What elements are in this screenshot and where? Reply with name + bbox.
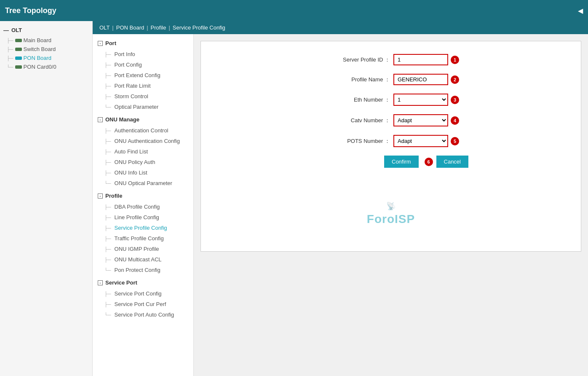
profile-collapse-icon[interactable]: - bbox=[98, 193, 103, 199]
watermark-fore: Foro bbox=[367, 212, 395, 226]
sep1: | bbox=[112, 24, 113, 31]
header: Tree Topology ◀ bbox=[0, 0, 588, 21]
nav-section-service-port-header[interactable]: - Service Port bbox=[93, 277, 193, 288]
nav-link-auto-find-list[interactable]: ├─ Auto Find List bbox=[93, 146, 193, 157]
nav-section-profile-header[interactable]: - Profile bbox=[93, 190, 193, 201]
form-container: Server Profile ID ： 1 Profile Name ： 2 E… bbox=[200, 41, 581, 252]
server-profile-id-row: Server Profile ID ： 1 bbox=[218, 54, 564, 65]
nav-link-port-rate-limit[interactable]: ├─ Port Rate Limit bbox=[93, 81, 193, 91]
sep2: | bbox=[147, 24, 148, 31]
onu-manage-section-label: ONU Manage bbox=[105, 116, 139, 123]
port-collapse-icon[interactable]: - bbox=[98, 41, 103, 46]
step-badge-4: 4 bbox=[451, 116, 459, 125]
pon-board-label: PON Board bbox=[24, 55, 51, 61]
watermark-highlight: I bbox=[395, 212, 398, 226]
nav-section-port-header[interactable]: - Port bbox=[93, 38, 193, 49]
form-buttons-row: Confirm 6 Cancel bbox=[218, 156, 564, 168]
nav-link-onu-optical-parameter[interactable]: └─ ONU Optical Parameter bbox=[93, 178, 193, 188]
nav-link-line-profile-config[interactable]: ├─ Line Profile Config bbox=[93, 212, 193, 223]
pon-protect-config-label: Pon Protect Config bbox=[115, 267, 160, 273]
switch-board-label: Switch Board bbox=[24, 46, 56, 52]
confirm-button[interactable]: Confirm bbox=[384, 156, 419, 168]
eth-number-label: Eth Number ： bbox=[323, 96, 390, 104]
service-port-collapse-icon[interactable]: - bbox=[98, 280, 103, 285]
sidebar-item-main-board[interactable]: ├─ Main Board bbox=[0, 36, 92, 45]
sidebar-olt[interactable]: — OLT bbox=[0, 24, 92, 36]
nav-section-port: - Port ├─ Port Info ├─ Port Config ├─ Po… bbox=[93, 38, 193, 112]
nav-link-service-port-auto-config[interactable]: └─ Service Port Auto Config bbox=[93, 309, 193, 320]
nav-link-port-config[interactable]: ├─ Port Config bbox=[93, 59, 193, 70]
nav-link-onu-auth-config[interactable]: ├─ ONU Authentication Config bbox=[93, 136, 193, 146]
onu-info-list-label: ONU Info List bbox=[115, 169, 147, 176]
profile-section-label: Profile bbox=[105, 193, 122, 199]
nav-section-profile: - Profile ├─ DBA Profile Config ├─ Line … bbox=[93, 190, 193, 275]
step-badge-5: 5 bbox=[451, 137, 459, 145]
board-icon bbox=[15, 48, 22, 51]
content-area: - Port ├─ Port Info ├─ Port Config ├─ Po… bbox=[93, 34, 588, 376]
pots-number-label: POTS Number ： bbox=[323, 137, 390, 145]
sidebar-item-pon-board[interactable]: ├─ PON Board bbox=[0, 54, 92, 62]
sidebar-toggle[interactable]: ◀ bbox=[578, 7, 583, 15]
nav-link-optical-parameter[interactable]: └─ Optical Parameter bbox=[93, 102, 193, 112]
port-section-label: Port bbox=[105, 40, 116, 46]
nav-link-onu-igmp-profile[interactable]: ├─ ONU IGMP Profile bbox=[93, 244, 193, 254]
storm-control-label: Storm Control bbox=[115, 93, 148, 99]
server-profile-id-input[interactable] bbox=[393, 54, 448, 65]
service-port-config-label: Service Port Config bbox=[115, 290, 162, 297]
nav-link-service-profile-config[interactable]: ├─ Service Profile Config bbox=[93, 223, 193, 233]
nav-link-service-port-config[interactable]: ├─ Service Port Config bbox=[93, 288, 193, 299]
breadcrumb-profile: Profile bbox=[151, 24, 166, 31]
nav-link-pon-protect-config[interactable]: └─ Pon Protect Config bbox=[93, 265, 193, 275]
catv-number-label: Catv Number ： bbox=[323, 117, 390, 124]
connector-icon: ├─ bbox=[7, 56, 13, 61]
nav-link-onu-multicast-acl[interactable]: ├─ ONU Multicast ACL bbox=[93, 254, 193, 265]
pots-number-row: POTS Number ： Adapt 0 1 2 5 bbox=[218, 135, 564, 147]
port-rate-limit-label: Port Rate Limit bbox=[115, 83, 151, 89]
auto-find-list-label: Auto Find List bbox=[115, 148, 148, 155]
catv-number-row: Catv Number ： Adapt 0 1 4 bbox=[218, 114, 564, 126]
nav-link-onu-info-list[interactable]: ├─ ONU Info List bbox=[93, 167, 193, 178]
nav-link-service-port-cur-perf[interactable]: ├─ Service Port Cur Perf bbox=[93, 299, 193, 309]
cancel-button[interactable]: Cancel bbox=[436, 156, 468, 168]
nav-link-port-info[interactable]: ├─ Port Info bbox=[93, 49, 193, 59]
profile-name-row: Profile Name ： 2 bbox=[218, 74, 564, 85]
olt-label: OLT bbox=[11, 27, 22, 33]
nav-link-traffic-profile-config[interactable]: ├─ Traffic Profile Config bbox=[93, 233, 193, 244]
nav-link-onu-policy-auth[interactable]: ├─ ONU Policy Auth bbox=[93, 157, 193, 167]
wifi-icon: 📡 bbox=[367, 201, 415, 211]
service-port-cur-perf-label: Service Port Cur Perf bbox=[115, 301, 166, 307]
sidebar-item-pon-card[interactable]: └─ PON Card0/0 bbox=[0, 62, 92, 71]
nav-link-storm-control[interactable]: ├─ Storm Control bbox=[93, 91, 193, 102]
pots-number-select[interactable]: Adapt 0 1 2 bbox=[393, 135, 448, 147]
onu-policy-auth-label: ONU Policy Auth bbox=[115, 159, 155, 165]
dba-profile-config-label: DBA Profile Config bbox=[115, 204, 160, 210]
port-config-label: Port Config bbox=[115, 62, 142, 68]
nav-section-onu-manage-header[interactable]: - ONU Manage bbox=[93, 114, 193, 125]
nav-link-port-extend-config[interactable]: ├─ Port Extend Config bbox=[93, 70, 193, 81]
watermark-after: SP bbox=[398, 212, 415, 226]
catv-number-select[interactable]: Adapt 0 1 bbox=[393, 114, 448, 126]
eth-number-select[interactable]: 1 2 3 4 bbox=[393, 94, 448, 106]
connector-icon: ├─ bbox=[7, 38, 13, 43]
nav-section-service-port: - Service Port ├─ Service Port Config ├─… bbox=[93, 277, 193, 320]
breadcrumb: OLT | PON Board | Profile | Service Prof… bbox=[93, 21, 588, 34]
service-port-section-label: Service Port bbox=[105, 279, 137, 286]
profile-name-label: Profile Name ： bbox=[323, 76, 390, 83]
pon-card-label: PON Card0/0 bbox=[24, 64, 56, 70]
step-badge-3: 3 bbox=[451, 96, 459, 104]
nav-link-dba-profile-config[interactable]: ├─ DBA Profile Config bbox=[93, 201, 193, 212]
profile-name-input[interactable] bbox=[393, 74, 448, 85]
nav-link-auth-control[interactable]: ├─ Authentication Control bbox=[93, 125, 193, 136]
breadcrumb-olt: OLT bbox=[99, 24, 110, 31]
port-info-label: Port Info bbox=[115, 51, 135, 57]
connector-icon: ├─ bbox=[7, 47, 13, 52]
optical-parameter-label: Optical Parameter bbox=[115, 104, 159, 110]
watermark: 📡 ForoISP bbox=[367, 201, 415, 226]
step-badge-1: 1 bbox=[451, 56, 459, 64]
pon-board-icon bbox=[15, 56, 22, 60]
sidebar: — OLT ├─ Main Board ├─ Switch Board ├─ P… bbox=[0, 21, 93, 376]
sidebar-item-switch-board[interactable]: ├─ Switch Board bbox=[0, 45, 92, 54]
port-extend-config-label: Port Extend Config bbox=[115, 72, 160, 78]
onu-manage-collapse-icon[interactable]: - bbox=[98, 117, 103, 122]
traffic-profile-config-label: Traffic Profile Config bbox=[115, 235, 164, 242]
